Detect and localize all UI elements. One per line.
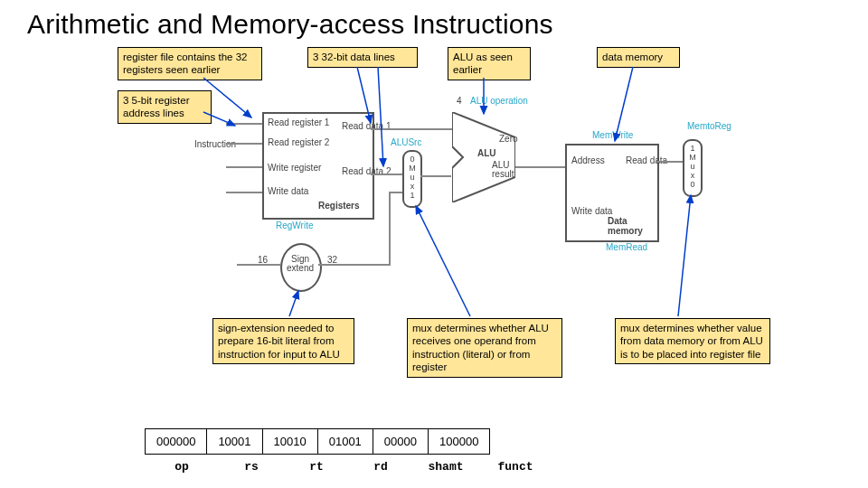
slide-title: Arithmetic and Memory-access Instruction… [0,0,868,40]
label-write-data-mem: Write data [571,206,612,216]
signal-memtoreg: MemtoReg [687,121,731,131]
svg-line-9 [416,206,470,316]
label-4: 4 [457,96,462,106]
field-rt: 10010 [262,429,317,455]
label-data-memory-title: Data memory [608,217,653,236]
callout-register-file: register file contains the 32 registers … [118,47,262,80]
label-registers-title: Registers [318,201,360,211]
instruction-encoding-table: 000000 10001 10010 01001 00000 100000 [145,428,490,455]
label-rd: rd [349,460,412,474]
label-read-reg-1: Read register 1 [268,117,329,127]
label-shamt: shamt [412,460,479,474]
label-alu-result: ALU result [492,161,517,179]
field-rs: 10001 [207,429,262,455]
label-write-data: Write data [268,186,308,196]
callout-sign-extend: sign-extension needed to prepare 16-bit … [212,318,354,364]
label-alu: ALU [477,148,496,158]
signal-alu-operation: ALU operation [470,96,528,106]
field-shamt: 00000 [373,429,428,455]
label-zero: Zero [499,134,518,144]
svg-line-10 [678,195,691,316]
field-funct: 100000 [429,429,490,455]
callout-addr-lines: 3 5-bit register address lines [118,90,212,124]
callout-mux-memtoreg: mux determines whether value from data m… [615,318,770,364]
svg-line-8 [289,291,298,316]
field-op: 000000 [146,429,207,455]
field-rd: 01001 [317,429,373,455]
label-op: op [145,460,219,474]
signal-regwrite: RegWrite [276,221,314,230]
signal-memread: MemRead [606,242,647,252]
label-read-reg-2: Read register 2 [268,137,329,147]
label-rs: rs [219,460,284,474]
label-address: Address [571,155,605,165]
mux-memtoreg: 1Mux0 [683,139,703,197]
instruction-encoding-labels: op rs rt rd shamt funct [145,460,552,474]
label-funct: funct [479,460,552,474]
callout-mux-alusrc: mux determines whether ALU receives one … [407,318,562,378]
label-sign-extend: Sign extend [286,255,315,273]
label-write-reg: Write register [268,163,321,173]
callout-data-memory: data memory [597,47,680,68]
signal-alusrc: ALUSrc [391,137,421,147]
signal-memwrite: MemWrite [592,130,633,140]
mux-alusrc: 0Mux1 [402,150,422,208]
label-rt: rt [284,460,349,474]
svg-line-4 [378,67,383,166]
diagram-stage: register file contains the 32 registers … [0,40,868,483]
callout-data-lines: 3 32-bit data lines [307,47,418,68]
callout-alu: ALU as seen earlier [448,47,531,80]
